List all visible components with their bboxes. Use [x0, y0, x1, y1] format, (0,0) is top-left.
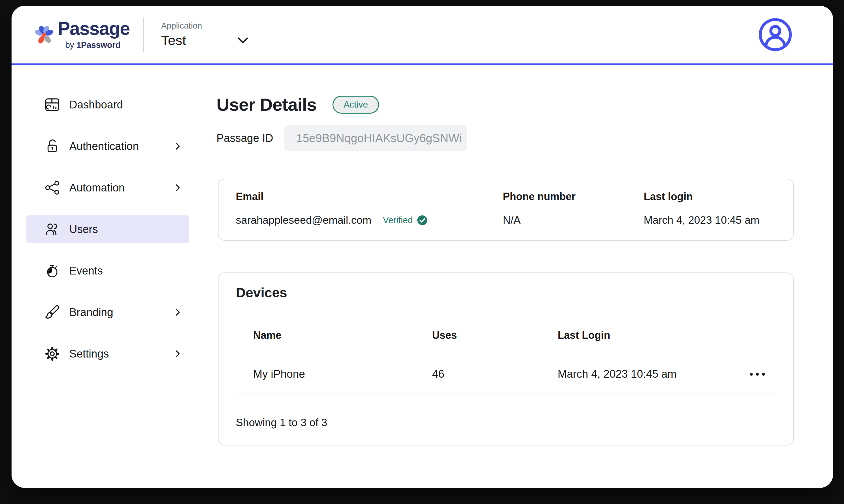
- unlock-icon: [44, 138, 61, 155]
- application-label: Application: [161, 21, 249, 31]
- chevron-down-icon: [236, 36, 249, 45]
- phone-column: Phone number N/A: [503, 191, 644, 226]
- paintbrush-icon: [44, 304, 61, 321]
- email-column: Email sarahappleseed@email.com Verified: [236, 191, 503, 226]
- sidebar-item-label: Authentication: [69, 140, 139, 152]
- row-actions-menu-button[interactable]: [750, 370, 765, 379]
- title-row: User Details Active: [217, 96, 379, 113]
- brand-name: Passage: [58, 19, 130, 38]
- sidebar-item-label: Events: [69, 265, 103, 277]
- email-value: sarahappleseed@email.com: [236, 215, 371, 226]
- sidebar-item-settings[interactable]: Settings: [26, 340, 189, 367]
- column-header-uses: Uses: [432, 329, 558, 341]
- phone-label: Phone number: [503, 191, 644, 202]
- gear-icon: [44, 345, 61, 362]
- sidebar-item-branding[interactable]: Branding: [26, 299, 189, 326]
- application-switcher: Application Test: [161, 21, 249, 48]
- sidebar-item-label: Users: [69, 223, 98, 236]
- passage-id-label: Passage ID: [217, 132, 273, 144]
- sidebar-item-users[interactable]: Users: [26, 215, 189, 243]
- users-icon: [44, 221, 61, 238]
- sidebar-item-dashboard[interactable]: Dashboard: [26, 91, 189, 119]
- column-header-last-login: Last Login: [558, 329, 750, 341]
- ellipsis-icon: [750, 373, 753, 376]
- nodes-icon: [44, 179, 61, 196]
- sidebar-item-authentication[interactable]: Authentication: [26, 132, 189, 160]
- last-login-column: Last login March 4, 2023 10:45 am: [644, 191, 793, 226]
- chevron-right-icon: [174, 182, 182, 193]
- devices-table-header: Name Uses Last Login: [253, 329, 775, 341]
- account-menu-button[interactable]: [758, 17, 793, 52]
- sidebar-item-label: Automation: [69, 182, 125, 194]
- profile-card: Email sarahappleseed@email.com Verified …: [218, 179, 794, 241]
- table-row: My iPhone 46 March 4, 2023 10:45 am: [253, 355, 775, 394]
- verified-label: Verified: [383, 215, 412, 225]
- byline-brand: 1Password: [76, 40, 121, 50]
- top-header: Passage by 1Password Application Test: [12, 6, 833, 65]
- main-content: User Details Active Passage ID 15e9B9Nqg…: [202, 67, 833, 488]
- passage-flower-icon: [35, 24, 54, 45]
- pagination-status: Showing 1 to 3 of 3: [236, 417, 327, 429]
- stopwatch-icon: [44, 263, 61, 279]
- passage-id-value: 15e9B9NqgoHIAKsUGy6gSNWi: [284, 125, 467, 151]
- app-window: Passage by 1Password Application Test: [12, 6, 833, 488]
- chevron-right-icon: [174, 141, 182, 152]
- last-login-label: Last login: [644, 191, 793, 202]
- verified-tag: Verified: [383, 215, 428, 226]
- application-dropdown[interactable]: Test: [161, 32, 249, 48]
- logo-text: Passage by 1Password: [58, 19, 130, 50]
- phone-value: N/A: [503, 215, 644, 226]
- column-header-name: Name: [253, 329, 432, 341]
- devices-title: Devices: [236, 285, 287, 300]
- devices-card: Devices Name Uses Last Login My iPhone 4…: [218, 272, 794, 446]
- chevron-right-icon: [174, 307, 182, 318]
- sidebar-item-label: Dashboard: [69, 98, 123, 111]
- table-divider: [236, 394, 775, 394]
- device-name: My iPhone: [253, 368, 432, 380]
- sidebar: Dashboard Authentication: [12, 67, 202, 488]
- device-last-login: March 4, 2023 10:45 am: [558, 368, 750, 380]
- application-value: Test: [161, 32, 186, 48]
- header-divider: [143, 18, 144, 52]
- brand-byline: by 1Password: [65, 40, 130, 50]
- last-login-value: March 4, 2023 10:45 am: [644, 215, 793, 226]
- sidebar-item-events[interactable]: Events: [26, 257, 189, 285]
- page-title: User Details: [217, 96, 316, 113]
- email-label: Email: [236, 191, 503, 202]
- dashboard-icon: [44, 96, 61, 113]
- email-value-row: sarahappleseed@email.com Verified: [236, 215, 503, 226]
- passage-id-row: Passage ID 15e9B9NqgoHIAKsUGy6gSNWi: [217, 125, 467, 151]
- sidebar-item-label: Branding: [69, 306, 113, 319]
- sidebar-item-automation[interactable]: Automation: [26, 174, 189, 201]
- passage-logo: Passage by 1Password: [35, 19, 130, 50]
- device-uses: 46: [432, 368, 558, 380]
- sidebar-item-label: Settings: [69, 348, 109, 360]
- user-avatar-icon: [758, 17, 793, 52]
- byline-prefix: by: [65, 40, 76, 50]
- chevron-right-icon: [174, 348, 182, 359]
- status-badge: Active: [332, 96, 379, 113]
- verified-check-icon: [417, 215, 428, 226]
